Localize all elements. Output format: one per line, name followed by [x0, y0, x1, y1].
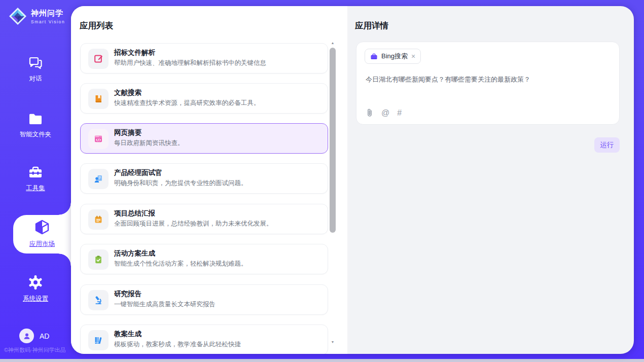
brand-logo: 神州问学 Smart Vision: [8, 7, 65, 26]
app-detail-title: 应用详情: [355, 20, 388, 31]
app-name: 网页摘要: [114, 128, 141, 137]
chat-icon: [28, 56, 43, 70]
app-name: 项目总结汇报: [114, 209, 155, 218]
prompt-card: Bing搜索 × 今日湖北有哪些新闻要点？有哪些需要关注的最新政策？ @ #: [356, 42, 620, 125]
sidebar-item-toolset[interactable]: 工具集: [0, 166, 71, 193]
interviewer-icon: [93, 174, 103, 184]
app-description: 每日政府新闻资讯快查。: [114, 139, 320, 148]
sidebar-item-smart-folder[interactable]: 智能文件夹: [0, 113, 71, 139]
input-toolbar: @ #: [365, 108, 402, 118]
user-initials: AD: [40, 332, 49, 340]
hash-icon[interactable]: #: [397, 108, 402, 118]
at-sign-icon[interactable]: @: [381, 108, 389, 118]
app-description: 快速精准查找学术资源，提高研究效率的必备工具。: [114, 99, 320, 107]
app-description: 模板驱动，教案秒成，教学准备从此轻松快捷: [114, 340, 320, 349]
app-card-research-report[interactable]: 研究报告 一键智能生成高质量长文本研究报告: [80, 284, 328, 315]
user-icon: [23, 332, 31, 340]
app-card-project-summary[interactable]: 项目总结汇报 全面回顾项目进展，总结经验教训，助力未来优化发展。: [80, 204, 328, 234]
app-name: 教案生成: [114, 330, 141, 339]
sidebar-item-chat[interactable]: 对话: [0, 56, 71, 83]
app-list-title: 应用列表: [80, 20, 113, 31]
sidebar-item-app-market-label: 应用市场: [13, 240, 71, 248]
tag-close-icon[interactable]: ×: [411, 53, 415, 60]
avatar: [19, 329, 34, 343]
app-card-web-summary[interactable]: 网页摘要 每日政府新闻资讯快查。: [80, 123, 328, 154]
tool-tag-label: Bing搜索: [381, 52, 408, 61]
scrollbar-thumb[interactable]: [330, 48, 336, 233]
app-detail-panel: 应用详情 Bing搜索 × 今日湖北有哪些新闻要点？有哪些需要关注的最新政策？: [347, 6, 634, 354]
list-scrollbar[interactable]: ▲ ▼: [329, 41, 336, 350]
app-card-bid-analysis[interactable]: 招标文件解析 帮助用户快速、准确地理解和解析招标书中的关键信息: [80, 43, 328, 74]
sidebar-item-settings-label: 系统设置: [0, 295, 71, 303]
gear-icon: [28, 275, 43, 290]
app-card-pm-interviewer[interactable]: 产品经理面试官 明确身份和职责，为您提供专业性的面试问题。: [80, 163, 328, 194]
sidebar-item-smart-folder-label: 智能文件夹: [0, 130, 71, 139]
app-description: 智能生成个性化活动方案，轻松解决规划难题。: [114, 260, 320, 268]
app-list-panel: 应用列表 招标文件解析 帮助用户快速、准确地理解和解析招标书中的关键信息: [71, 6, 347, 354]
main-content: 应用列表 招标文件解析 帮助用户快速、准确地理解和解析招标书中的关键信息: [71, 6, 634, 354]
edit-document-icon: [93, 54, 103, 64]
book-icon: [93, 94, 103, 104]
sidebar-item-settings[interactable]: 系统设置: [0, 275, 71, 303]
clipboard-check-icon: [93, 255, 103, 265]
browser-code-icon: [93, 134, 103, 144]
microscope-icon: [93, 295, 103, 305]
app-name: 文献搜索: [114, 88, 141, 97]
tool-tag-bing-search[interactable]: Bing搜索 ×: [365, 49, 421, 64]
sidebar-item-toolset-label: 工具集: [0, 184, 71, 193]
app-description: 明确身份和职责，为您提供专业性的面试问题。: [114, 179, 320, 188]
app-card-event-plan[interactable]: 活动方案生成 智能生成个性化活动方案，轻松解决规划难题。: [80, 244, 328, 274]
brand-name: 神州问学: [31, 9, 65, 18]
user-account[interactable]: AD: [19, 329, 49, 343]
app-name: 研究报告: [114, 289, 141, 299]
scrollbar-down-arrow-icon[interactable]: ▼: [330, 340, 336, 345]
sidebar-item-app-market[interactable]: 应用市场: [13, 215, 71, 254]
cube-icon: [34, 219, 50, 236]
app-window: 神州问学 Smart Vision 对话 智能文件夹: [0, 0, 644, 359]
toolbox-icon: [28, 166, 43, 179]
scrollbar-up-arrow-icon[interactable]: ▲: [330, 41, 336, 46]
app-description: 帮助用户快速、准确地理解和解析招标书中的关键信息: [114, 59, 320, 67]
app-description: 一键智能生成高质量长文本研究报告: [114, 300, 320, 309]
books-icon: [93, 335, 103, 345]
app-card-lesson-plan[interactable]: 教案生成 模板驱动，教案秒成，教学准备从此轻松快捷: [80, 324, 328, 354]
notepad-icon: [93, 214, 103, 225]
sidebar-item-chat-label: 对话: [0, 75, 71, 83]
run-button[interactable]: 运行: [594, 137, 620, 153]
sidebar: 神州问学 Smart Vision 对话 智能文件夹: [0, 0, 71, 359]
app-name: 产品经理面试官: [114, 168, 162, 177]
copyright-footer: ©神州数码·神州问学出品: [4, 346, 71, 354]
paperclip-icon[interactable]: [365, 108, 374, 118]
app-description: 全面回顾项目进展，总结经验教训，助力未来优化发展。: [114, 220, 320, 228]
brand-subtitle: Smart Vision: [31, 19, 65, 24]
brand-diamond-icon: [8, 7, 27, 26]
briefcase-icon: [370, 53, 378, 60]
folder-icon: [28, 113, 43, 126]
question-input[interactable]: 今日湖北有哪些新闻要点？有哪些需要关注的最新政策？: [366, 75, 608, 85]
app-name: 活动方案生成: [114, 249, 155, 258]
app-name: 招标文件解析: [114, 48, 155, 57]
app-card-literature-search[interactable]: 文献搜索 快速精准查找学术资源，提高研究效率的必备工具。: [80, 83, 328, 114]
